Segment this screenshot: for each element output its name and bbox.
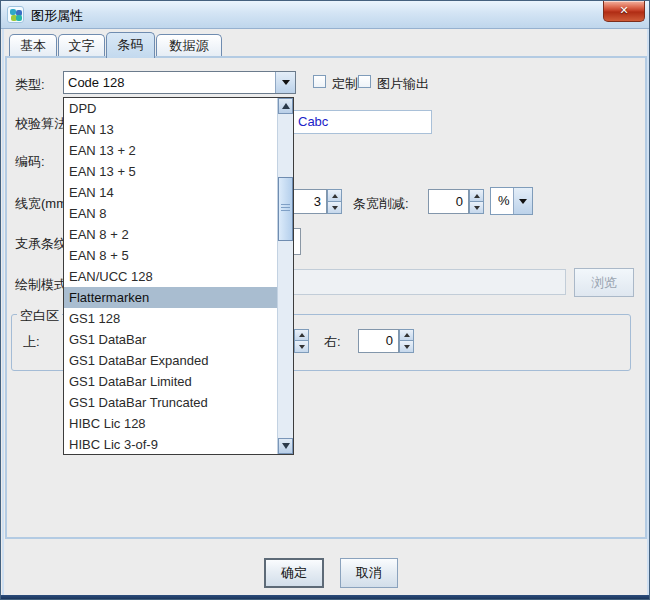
list-item[interactable]: EAN 13 + 5 — [64, 161, 277, 182]
list-item[interactable]: GS1 DataBar — [64, 329, 277, 350]
scroll-up-icon — [282, 103, 290, 109]
tab-basic[interactable]: 基本 — [9, 34, 57, 56]
list-item[interactable]: GS1 DataBar Truncated — [64, 392, 277, 413]
list-item[interactable]: DPD — [64, 98, 277, 119]
list-item[interactable]: GS1 DataBar Limited — [64, 371, 277, 392]
scrollbar-thumb[interactable] — [278, 177, 293, 241]
titlebar: 图形属性 ✕ — [1, 1, 649, 29]
window-edge-left — [2, 29, 4, 595]
close-icon: ✕ — [619, 4, 628, 16]
list-item[interactable]: EAN 8 + 5 — [64, 245, 277, 266]
scrollbar-grip-icon — [281, 204, 290, 212]
list-item[interactable]: HIBC Lic 3-of-9 — [64, 434, 277, 455]
window-edge-right — [647, 29, 649, 595]
barcode-type-dropdown-list: DPD EAN 13 EAN 13 + 2 EAN 13 + 5 EAN 14 … — [63, 97, 294, 455]
window-title: 图形属性 — [31, 7, 83, 25]
ok-button[interactable]: 确定 — [264, 558, 324, 588]
dropdown-scrollbar[interactable] — [277, 98, 293, 454]
dialog-window: 图形属性 ✕ 基本 文字 条码 数据源 类型: Code 128 定制 图片输出… — [0, 0, 650, 600]
list-item[interactable]: EAN 14 — [64, 182, 277, 203]
list-item[interactable]: HIBC Lic 128 — [64, 413, 277, 434]
close-button[interactable]: ✕ — [603, 1, 645, 22]
tab-barcode[interactable]: 条码 — [106, 32, 155, 58]
list-item[interactable]: EAN 8 — [64, 203, 277, 224]
list-item-selected[interactable]: Flattermarken — [64, 287, 277, 308]
tab-datasource[interactable]: 数据源 — [156, 34, 222, 56]
scroll-down-button[interactable] — [278, 438, 293, 454]
cancel-button[interactable]: 取消 — [340, 558, 398, 588]
tab-text[interactable]: 文字 — [58, 34, 105, 56]
list-item[interactable]: EAN/UCC 128 — [64, 266, 277, 287]
scroll-up-button[interactable] — [278, 98, 293, 114]
list-item[interactable]: EAN 13 — [64, 119, 277, 140]
app-icon — [7, 6, 24, 23]
list-item[interactable]: GS1 128 — [64, 308, 277, 329]
list-item[interactable]: EAN 13 + 2 — [64, 140, 277, 161]
scroll-down-icon — [282, 443, 290, 449]
list-item[interactable]: EAN 8 + 2 — [64, 224, 277, 245]
window-edge-bottom — [1, 595, 650, 600]
list-item[interactable]: GS1 DataBar Expanded — [64, 350, 277, 371]
